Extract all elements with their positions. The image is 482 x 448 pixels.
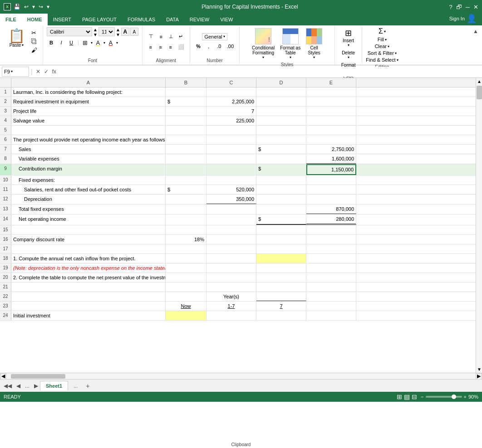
cell-c4[interactable]: 225,000 — [207, 116, 256, 125]
cell-c11[interactable]: 520,000 — [207, 185, 256, 194]
horizontal-scrollbar[interactable]: ◀ ▶ — [0, 373, 482, 379]
cell-b6[interactable] — [166, 135, 207, 144]
cell-c17[interactable] — [207, 244, 256, 253]
cell-reference-box[interactable]: F9 ▾ — [2, 67, 29, 77]
merge-center-button[interactable]: ⬜ — [176, 43, 186, 52]
cell-d11[interactable] — [256, 185, 306, 194]
format-as-table-button[interactable]: Format asTable ▾ — [279, 27, 301, 60]
cell-c20[interactable] — [207, 273, 256, 282]
cell-d15[interactable] — [256, 225, 306, 234]
cell-d1[interactable] — [256, 88, 306, 97]
font-size-up[interactable]: ▲ — [93, 27, 98, 32]
cell-b18[interactable] — [166, 254, 207, 263]
formula-input[interactable] — [59, 67, 480, 77]
cell-b10[interactable] — [166, 175, 207, 185]
cell-a11[interactable]: Salaries, rent and other fixed out-of po… — [11, 185, 166, 194]
cell-e9[interactable]: 1,150,000 — [306, 164, 356, 175]
cell-e19[interactable] — [306, 263, 356, 273]
align-right-button[interactable]: ≡ — [166, 43, 175, 52]
cell-e4[interactable] — [306, 116, 356, 125]
cell-a7[interactable]: Sales — [11, 145, 166, 154]
cut-button[interactable]: ✂✂ — [30, 29, 38, 37]
increase-font-button[interactable]: A — [121, 28, 129, 36]
cell-b3[interactable] — [166, 107, 207, 116]
cancel-formula-button[interactable]: ✕ — [34, 68, 42, 75]
find-select-button[interactable]: Find & Select ▾ — [366, 57, 398, 63]
sheet-tab-sheet1[interactable]: Sheet1 — [40, 381, 68, 390]
h-scroll-thumb[interactable] — [11, 374, 65, 379]
cell-d3[interactable] — [256, 107, 306, 116]
number-format-dropdown[interactable]: ▾ — [223, 34, 225, 39]
cell-c23[interactable]: 1-7 — [207, 302, 256, 311]
cell-b22[interactable] — [166, 292, 207, 301]
cell-c6[interactable] — [207, 135, 256, 144]
cell-b4[interactable] — [166, 116, 207, 125]
cell-c10[interactable] — [207, 175, 256, 185]
cell-e20[interactable] — [306, 273, 356, 282]
cell-a19[interactable]: (Note: depreciation is the only noncash … — [11, 263, 166, 273]
format-painter-button[interactable]: 🖌 — [30, 46, 38, 54]
cell-d9[interactable]: $ — [256, 164, 306, 175]
sign-in-button[interactable]: Sign In 👤 — [444, 12, 482, 25]
zoom-thumb[interactable] — [452, 394, 456, 399]
cell-b7[interactable] — [166, 145, 207, 154]
scroll-thumb[interactable] — [477, 86, 482, 99]
cell-styles-button[interactable]: CellStyles ▾ — [305, 27, 323, 60]
cell-b8[interactable] — [166, 154, 207, 164]
clear-button[interactable]: Clear ▾ — [375, 44, 389, 49]
cell-a2[interactable]: Required investment in equipment — [11, 97, 166, 106]
col-header-e[interactable]: E — [306, 78, 356, 87]
cell-c18[interactable] — [207, 254, 256, 263]
undo-dropdown-button[interactable]: ▾ — [31, 4, 36, 10]
page-break-button[interactable]: ⊟ — [412, 393, 417, 400]
close-button[interactable]: ✕ — [473, 4, 478, 10]
cell-e2[interactable] — [306, 97, 356, 106]
cell-e7[interactable]: 2,750,000 — [306, 145, 356, 154]
cell-a14[interactable]: Net operating income — [11, 214, 166, 225]
restore-button[interactable]: 🗗 — [456, 4, 462, 10]
cell-e24[interactable] — [306, 311, 356, 320]
cell-d20[interactable] — [256, 273, 306, 282]
font-name-select[interactable]: Calibri — [47, 27, 92, 36]
cell-c24[interactable] — [207, 311, 256, 320]
cell-d13[interactable] — [256, 205, 306, 214]
decrease-decimal-button[interactable]: .0 — [215, 42, 224, 51]
delete-cells-button[interactable]: Delete ▾ — [341, 49, 356, 60]
decrease-font-button[interactable]: A — [130, 28, 138, 36]
cell-e16[interactable] — [306, 235, 356, 244]
minimize-button[interactable]: ─ — [466, 4, 470, 10]
tab-home[interactable]: HOME — [22, 14, 48, 25]
cell-b19[interactable] — [166, 263, 207, 273]
cell-e22[interactable] — [306, 292, 356, 301]
cell-d23[interactable]: 7 — [256, 302, 306, 311]
percent-button[interactable]: % — [194, 42, 203, 51]
increase-decimal-button[interactable]: .00 — [225, 42, 236, 51]
sort-filter-button[interactable]: Sort & Filter ▾ — [368, 50, 397, 56]
cell-a13[interactable]: Total fixed expenses — [11, 205, 166, 214]
cell-c15[interactable] — [207, 225, 256, 234]
italic-button[interactable]: I — [57, 38, 66, 47]
cell-b13[interactable] — [166, 205, 207, 214]
cell-b24[interactable] — [166, 311, 207, 320]
tab-page-layout[interactable]: PAGE LAYOUT — [77, 14, 122, 25]
cell-c16[interactable] — [207, 235, 256, 244]
paste-button[interactable]: 📋 Paste ▾ — [5, 27, 28, 49]
cell-a9[interactable]: Contribution margin — [11, 164, 166, 175]
cell-b5[interactable] — [166, 126, 207, 135]
save-button[interactable]: 💾 — [13, 4, 21, 10]
scroll-left-button[interactable]: ◀ — [0, 373, 6, 380]
cell-c14[interactable] — [207, 214, 256, 225]
tab-file[interactable]: FILE — [0, 14, 22, 25]
cell-a20[interactable]: 2. Complete the table to compute the net… — [11, 273, 166, 282]
font-size-dec[interactable]: ▼ — [116, 32, 120, 37]
tab-view[interactable]: VIEW — [215, 14, 238, 25]
cell-d8[interactable] — [256, 154, 306, 164]
conditional-formatting-button[interactable]: ! ConditionalFormatting ▾ — [251, 27, 275, 60]
cell-b1[interactable] — [166, 88, 207, 97]
cell-a16[interactable]: Company discount rate — [11, 235, 166, 244]
cell-d16[interactable] — [256, 235, 306, 244]
cell-a22[interactable] — [11, 292, 166, 301]
cell-b15[interactable] — [166, 225, 207, 234]
cell-e23[interactable] — [306, 302, 356, 311]
zoom-track[interactable] — [426, 396, 462, 398]
